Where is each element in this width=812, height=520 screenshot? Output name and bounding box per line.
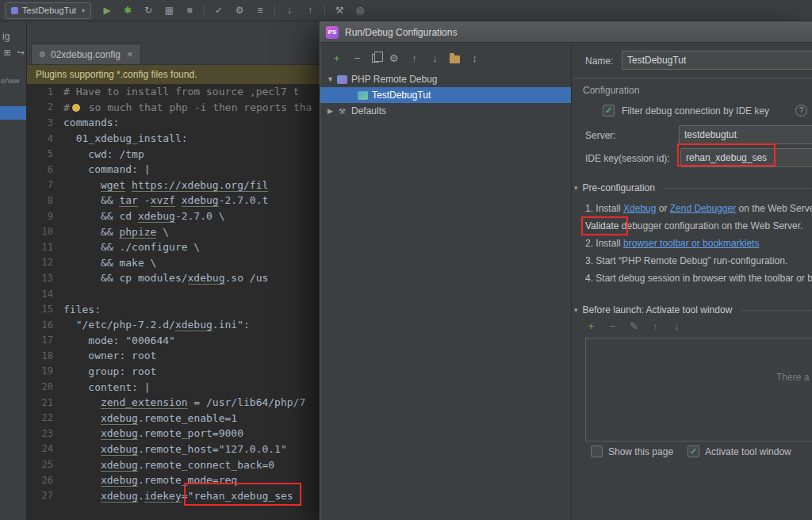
before-launch-toolbar: +−✎↑↓ [585,320,683,332]
search-icon[interactable]: ◎ [350,2,370,19]
tree-expand-icon[interactable]: ▶ [324,107,337,115]
line-number: 3 [27,117,63,128]
code-line: 22 xdebug.remote_enable=1 [27,410,320,426]
code-text: 01_xdebug_install: [63,132,188,144]
config-file-icon: ⚙ [39,50,46,59]
line-number: 10 [27,226,63,237]
navigation-bar [27,21,320,44]
add-task-icon[interactable]: + [585,320,597,332]
before-launch-header[interactable]: ▾ Before launch: Activate tool window [574,304,810,315]
edit-defaults-icon[interactable]: ⚙ [388,52,400,64]
code-line: 9 && cd xdebug-2.7.0 \ [27,208,320,224]
project-panel-sliver: ig ⊞↪ er\ww [0,21,27,520]
dialog-title-bar[interactable]: PS Run/Debug Configurations [320,22,812,43]
tree-toolbar: +−⚙↑↓↕ [331,52,481,64]
plugin-notification-banner[interactable]: Plugins supporting *.config files found. [27,65,320,84]
name-label: Name: [585,55,613,67]
line-number: 8 [27,195,63,206]
before-launch-list[interactable]: There a [585,338,812,442]
code-text: xdebug.remote_enable=1 [63,412,237,424]
project-selected-item[interactable] [0,106,27,120]
coverage-icon[interactable]: ▦ [159,2,178,19]
line-number: 2 [27,101,63,113]
move-down-icon[interactable]: ↓ [429,52,441,64]
settings-icon[interactable]: ⚙ [230,2,249,19]
vcs-update-icon[interactable]: ↓ [280,2,299,19]
show-this-page-label: Show this page [608,446,673,457]
structure-icon[interactable]: ≡ [251,2,270,19]
configuration-section-label: Configuration [583,85,639,96]
build-icon[interactable]: ⚒ [330,2,349,19]
code-text: group: root [63,365,156,377]
stop-icon[interactable]: ■ [180,2,199,19]
sort-configs-icon[interactable]: ↕ [469,52,481,64]
inspect-icon[interactable]: ✓ [209,2,228,19]
step-text: debugger configuration on the Web Server… [619,220,802,231]
code-line: 14 [27,286,320,302]
scroll-from-source-icon[interactable]: ↪ [15,48,26,58]
tab-label: 02xdebug.config [51,49,121,60]
tree-expand-icon[interactable]: ▼ [324,75,337,83]
remove-task-icon[interactable]: − [607,320,619,332]
collapse-arrow-icon: ▾ [574,306,578,314]
edit-task-icon[interactable]: ✎ [628,320,640,332]
line-number: 19 [27,365,63,377]
xdebug-link[interactable]: Xdebug [623,203,656,214]
banner-text: Plugins supporting *.config files found. [36,69,197,80]
code-text: zend_extension = /usr/lib64/php/7 [63,396,305,408]
tree-item-testdebugtut[interactable]: TestDebugTut [320,87,571,103]
editor-tabs-left-icon[interactable]: ⊞ [2,48,13,58]
preconf-header[interactable]: ▾ Pre-configuration [574,182,810,193]
browser-toolbar-link[interactable]: browser toolbar or bookmarklets [623,238,759,249]
line-number: 15 [27,304,63,315]
separator [741,310,810,311]
toolwindow-label-fragment: ig [2,31,10,42]
line-number: 17 [27,335,63,346]
run-icon[interactable]: ▶ [98,2,117,19]
remove-config-icon[interactable]: − [351,52,363,64]
zend-debugger-link[interactable]: Zend Debugger [670,203,736,214]
show-this-page-checkbox[interactable] [591,445,603,457]
idekey-label: IDE key(session id): [585,153,670,164]
annotation-box-editor-idekey [184,483,301,506]
tree-item-php-remote-debug[interactable]: ▼PHP Remote Debug [320,71,571,87]
code-lines: 1# Have to install from source ,pecl7 t2… [27,84,320,503]
toolbar-icons: ▶✱↻▦■✓⚙≡↓↑⚒◎ [98,2,370,19]
server-select[interactable]: testdebugtut [679,125,812,144]
chevron-down-icon: ▾ [82,7,85,14]
code-line: 19 group: root [27,364,320,380]
code-text: cwd: /tmp [63,148,144,160]
step-text: 4. Start debug session in browser with t… [585,273,812,284]
toolbar-separator [324,4,325,17]
run-config-selector[interactable]: TestDebugTut ▾ [5,2,91,19]
filter-idekey-checkbox[interactable]: ✓ [603,105,615,117]
line-number: 12 [27,257,63,268]
rerun-icon[interactable]: ↻ [139,2,158,19]
task-down-icon[interactable]: ↓ [671,320,683,332]
add-config-icon[interactable]: + [331,52,343,64]
before-launch-empty-hint: There a [776,372,809,383]
close-icon[interactable]: × [127,48,133,60]
preconf-step-4: 3. Start “PHP Remote Debug” run-configur… [585,252,812,270]
code-text: wget https://xdebug.org/fil [63,179,268,191]
code-editor[interactable]: 1# Have to install from source ,pecl7 t2… [27,84,320,520]
copy-config-icon[interactable] [372,54,379,63]
code-line: 10 && phpize \ [27,224,320,239]
dialog-title: Run/Debug Configurations [345,27,457,38]
help-icon[interactable]: ? [795,105,807,117]
code-text: && cp modules/xdebug.so /us [63,272,268,284]
name-input[interactable] [622,51,812,70]
tab-02xdebug-config[interactable]: ⚙ 02xdebug.config × [31,44,141,64]
move-up-icon[interactable]: ↑ [408,52,420,64]
activate-tool-window-checkbox[interactable]: ✓ [688,445,699,457]
code-line: 21 zend_extension = /usr/lib64/php/7 [27,395,320,411]
vcs-commit-icon[interactable]: ↑ [301,2,320,19]
run-config-label: TestDebugTut [22,6,76,15]
tree-item-defaults[interactable]: ▶⚒Defaults [320,103,571,119]
filter-idekey-row: ✓ Filter debug connection by IDE key [603,105,769,117]
task-up-icon[interactable]: ↑ [649,320,661,332]
debug-icon[interactable]: ✱ [118,2,137,19]
code-line: 4 01_xdebug_install: [27,131,320,147]
new-folder-icon[interactable] [450,55,460,63]
server-value: testdebugtut [684,129,737,140]
